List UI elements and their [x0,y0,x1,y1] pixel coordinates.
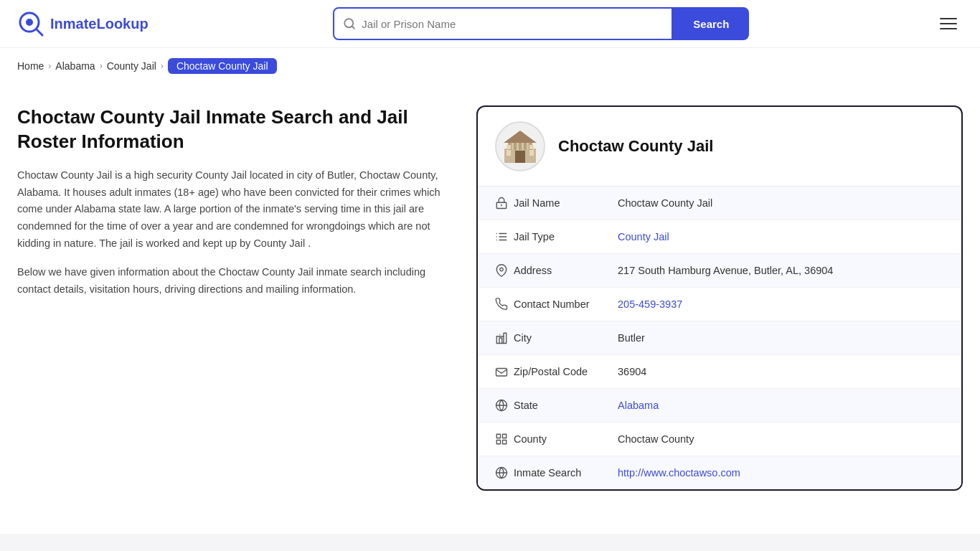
row-label: Zip/Postal Code [514,366,618,377]
row-value[interactable]: 205-459-3937 [618,298,944,310]
mail-icon [495,365,514,378]
svg-rect-14 [517,143,519,150]
table-row: CityButler [478,321,961,355]
svg-rect-10 [529,145,534,149]
svg-rect-30 [496,434,500,438]
description-para-1: Choctaw County Jail is a high security C… [17,167,448,253]
search-area: Search [333,7,749,40]
row-link[interactable]: 205-459-3937 [618,298,682,310]
row-value: Choctaw County Jail [618,197,944,209]
left-panel: Choctaw County Jail Inmate Search and Ja… [17,105,476,491]
header: InmateLookup Search [0,0,980,48]
logo-text: InmateLookup [50,16,149,32]
list-icon [495,230,514,243]
breadcrumb: Home › Alabama › County Jail › Choctaw C… [0,48,980,84]
svg-marker-7 [504,131,537,143]
phone-icon [495,298,514,311]
description-para-2: Below we have given information about th… [17,264,448,298]
table-row: Address217 South Hamburg Avenue, Butler,… [478,254,961,288]
web-icon [495,466,514,479]
row-label: State [514,400,618,411]
breadcrumb-state[interactable]: Alabama [55,60,95,72]
row-label: Jail Name [514,197,618,209]
row-value[interactable]: http://www.choctawso.com [618,467,944,479]
table-row: Inmate Searchhttp://www.choctawso.com [478,456,961,489]
logo-link[interactable]: InmateLookup [17,10,149,37]
right-panel: Choctaw County Jail Jail NameChoctaw Cou… [476,105,963,491]
info-card: Choctaw County Jail Jail NameChoctaw Cou… [476,105,963,491]
row-value: Butler [618,332,944,344]
row-link[interactable]: County Jail [618,231,669,242]
info-rows: Jail NameChoctaw County JailJail TypeCou… [478,187,961,489]
breadcrumb-current: Choctaw County Jail [168,58,277,74]
location-icon [495,264,514,277]
svg-line-4 [352,26,354,28]
table-row: StateAlabama [478,389,961,423]
logo-icon [17,10,44,37]
row-label: County [514,433,618,445]
row-value: 217 South Hamburg Avenue, Butler, AL, 36… [618,265,944,276]
table-row: Zip/Postal Code36904 [478,355,961,389]
search-icon [343,17,356,30]
globe-icon [495,399,514,412]
card-header: Choctaw County Jail [478,107,961,187]
svg-rect-13 [512,143,514,150]
row-label: Jail Type [514,231,618,242]
jail-building-icon [501,127,540,166]
city-icon [495,331,514,344]
footer [0,534,980,551]
svg-rect-9 [507,145,511,149]
search-wrapper [333,7,673,40]
table-row: Contact Number205-459-3937 [478,288,961,321]
menu-button[interactable] [934,12,963,35]
page-heading: Choctaw County Jail Inmate Search and Ja… [17,105,448,154]
svg-point-25 [500,268,504,271]
table-row: Jail NameChoctaw County Jail [478,187,961,220]
jail-icon [495,197,514,209]
row-label: Address [514,265,618,276]
breadcrumb-county-jail[interactable]: County Jail [107,60,156,72]
chevron-icon: › [161,61,164,71]
chevron-icon: › [48,61,51,71]
table-row: CountyChoctaw County [478,423,961,456]
row-value: 36904 [618,366,944,377]
svg-rect-31 [503,434,507,438]
search-button[interactable]: Search [673,7,749,40]
chevron-icon: › [100,61,103,71]
row-label: City [514,332,618,344]
svg-rect-11 [507,150,511,156]
row-value[interactable]: County Jail [618,231,944,242]
svg-rect-8 [515,151,525,163]
county-icon [495,433,514,446]
row-link[interactable]: http://www.choctawso.com [618,467,740,479]
svg-rect-15 [522,143,524,150]
search-input[interactable] [362,18,663,30]
svg-rect-26 [496,336,504,344]
row-link[interactable]: Alabama [618,400,659,411]
svg-rect-16 [527,143,529,150]
svg-rect-33 [496,441,500,444]
svg-line-2 [37,29,42,35]
row-value: Choctaw County [618,433,944,445]
breadcrumb-home[interactable]: Home [17,60,44,72]
table-row: Jail TypeCounty Jail [478,220,961,254]
row-label: Inmate Search [514,467,618,479]
svg-point-1 [26,19,33,26]
main-content: Choctaw County Jail Inmate Search and Ja… [0,84,980,519]
card-title: Choctaw County Jail [558,137,713,156]
svg-rect-12 [529,150,534,156]
avatar [495,121,545,171]
svg-rect-32 [503,441,507,444]
row-value[interactable]: Alabama [618,400,944,411]
row-label: Contact Number [514,298,618,310]
